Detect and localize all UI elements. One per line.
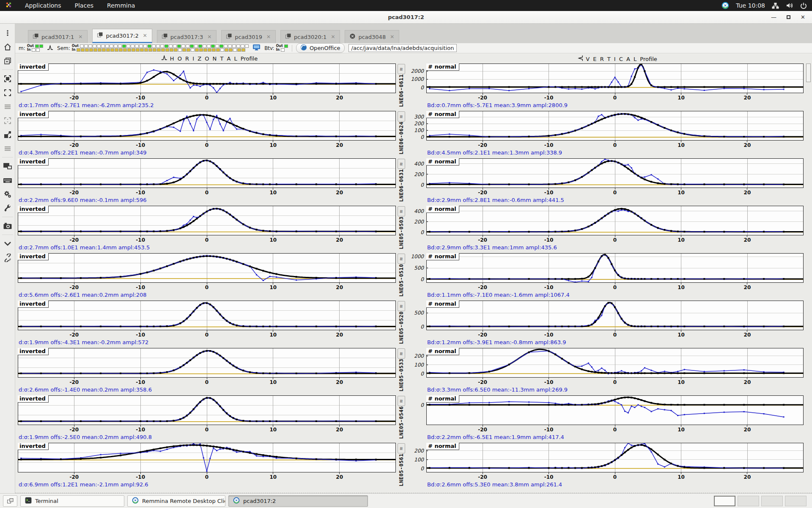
network-icon[interactable] <box>772 3 779 9</box>
dynamic-resolution-icon[interactable] <box>1 72 14 86</box>
sem-checkbox[interactable] <box>194 44 198 48</box>
btv-checkbox[interactable] <box>281 48 285 52</box>
sem-checkbox[interactable] <box>170 48 173 52</box>
workspace-2[interactable] <box>738 496 759 506</box>
sem-checkbox[interactable] <box>229 48 233 52</box>
keyboard-icon[interactable] <box>1 173 14 187</box>
sem-checkbox[interactable] <box>89 48 93 52</box>
sem-checkbox[interactable] <box>102 48 106 52</box>
profile-options-button[interactable]: ≋ <box>398 301 405 311</box>
workspace-4[interactable] <box>785 496 807 506</box>
sem-checkbox[interactable] <box>97 44 101 48</box>
tools-icon[interactable] <box>1 201 14 215</box>
sem-checkbox[interactable] <box>148 48 152 52</box>
profile-options-button[interactable]: ≋ <box>398 254 405 264</box>
sem-checkbox[interactable] <box>161 48 165 52</box>
sem-checkbox[interactable] <box>174 48 178 52</box>
panel-clock[interactable]: Tue 10:08 <box>736 2 765 9</box>
menu-remmina[interactable]: Remmina <box>106 2 136 9</box>
sem-checkbox[interactable] <box>203 44 206 48</box>
close-button[interactable]: ✕ <box>801 14 805 20</box>
sem-checkbox[interactable] <box>126 44 130 48</box>
sem-checkbox[interactable] <box>106 48 110 52</box>
volume-icon[interactable] <box>786 2 793 9</box>
scale-fill-icon[interactable] <box>1 127 14 141</box>
sem-checkbox[interactable] <box>220 48 224 52</box>
taskbar-item-pcad3017-2[interactable]: pcad3017:2 <box>228 495 368 507</box>
maximize-button[interactable] <box>787 15 790 19</box>
fullscreen-icon[interactable] <box>1 86 14 99</box>
sem-checkbox[interactable] <box>80 44 84 48</box>
tab-close-icon[interactable]: ✕ <box>331 34 335 40</box>
sem-checkbox[interactable] <box>85 48 89 52</box>
sem-checkbox[interactable] <box>81 48 85 52</box>
sem-checkbox[interactable] <box>93 44 96 48</box>
sem-checkbox[interactable] <box>132 48 135 52</box>
menu-kebab-icon[interactable] <box>1 26 14 40</box>
preferences-icon[interactable] <box>1 187 14 201</box>
minimize-button[interactable]: — <box>771 14 776 20</box>
sem-checkbox[interactable] <box>84 44 88 48</box>
btv-checkbox[interactable] <box>284 44 288 48</box>
sem-checkbox[interactable] <box>207 44 211 48</box>
sem-checkbox[interactable] <box>157 48 161 52</box>
sem-checkbox[interactable] <box>241 44 244 48</box>
tab-close-icon[interactable]: ✕ <box>207 34 211 40</box>
multi-monitor-icon[interactable] <box>1 159 14 173</box>
sem-checkbox[interactable] <box>191 48 195 52</box>
profile-options-button[interactable]: ≋ <box>398 111 405 121</box>
sem-checkbox[interactable] <box>110 48 114 52</box>
workspace-1[interactable] <box>714 496 735 506</box>
sem-checkbox[interactable] <box>241 48 245 52</box>
scrollbar-thumb[interactable] <box>806 64 811 82</box>
path-field[interactable]: /acc/java/data/lna/adebds/acquisition <box>348 44 457 52</box>
sem-checkbox[interactable] <box>181 44 185 48</box>
sem-checkbox[interactable] <box>232 44 236 48</box>
sem-checkbox[interactable] <box>211 44 215 48</box>
menu-places[interactable]: Places <box>74 2 95 9</box>
remmina-tray-icon[interactable] <box>721 2 729 9</box>
sem-checkbox[interactable] <box>173 44 177 48</box>
sem-checkbox[interactable] <box>139 44 143 48</box>
sem-checkbox[interactable] <box>114 44 118 48</box>
sem-checkbox[interactable] <box>219 44 223 48</box>
tab-pcad3020:1[interactable]: pcad3020:1✕ <box>280 30 340 43</box>
sem-checkbox[interactable] <box>127 48 131 52</box>
taskbar-item-terminal[interactable]: Terminal <box>20 495 124 507</box>
home-icon[interactable] <box>1 40 14 54</box>
tab-close-icon[interactable]: ✕ <box>390 34 394 40</box>
tab-pcad3017:2[interactable]: pcad3017:2✕ <box>92 29 152 43</box>
sem-checkbox[interactable] <box>153 48 156 52</box>
scrollbar[interactable] <box>806 64 811 487</box>
sem-checkbox[interactable] <box>195 48 199 52</box>
sem-checkbox[interactable] <box>140 48 144 52</box>
collapse-icon[interactable] <box>1 237 14 251</box>
sem-checkbox[interactable] <box>237 48 241 52</box>
sem-checkbox[interactable] <box>215 44 219 48</box>
sem-checkbox[interactable] <box>199 48 203 52</box>
disconnect-icon[interactable] <box>1 251 14 265</box>
tab-pcad3048[interactable]: pcad3048✕ <box>345 30 399 43</box>
sem-checkbox[interactable] <box>225 48 228 52</box>
tab-close-icon[interactable]: ✕ <box>78 34 82 40</box>
tab-close-icon[interactable]: ✕ <box>143 33 147 39</box>
taskbar-item-remmina-remote-desktop-client[interactable]: Remmina Remote Desktop Client <box>127 495 225 507</box>
sem-checkbox[interactable] <box>122 44 126 48</box>
profile-options-button[interactable]: ≋ <box>398 64 405 74</box>
sem-checkbox[interactable] <box>228 44 232 48</box>
tab-pcad3017:3[interactable]: pcad3017:3✕ <box>157 30 217 43</box>
sem-checkbox[interactable] <box>115 48 118 52</box>
sem-checkbox[interactable] <box>160 44 164 48</box>
sem-checkbox[interactable] <box>212 48 216 52</box>
sem-checkbox[interactable] <box>169 44 173 48</box>
sem-checkbox[interactable] <box>110 44 113 48</box>
sem-checkbox[interactable] <box>198 44 202 48</box>
profile-options-button[interactable]: ≋ <box>398 443 405 453</box>
sem-checkbox[interactable] <box>236 44 240 48</box>
sem-checkbox[interactable] <box>187 48 190 52</box>
sem-checkbox[interactable] <box>119 48 123 52</box>
tab-close-icon[interactable]: ✕ <box>266 34 271 40</box>
sem-checkbox[interactable] <box>182 48 186 52</box>
sem-checkbox[interactable] <box>136 48 140 52</box>
sem-checkbox[interactable] <box>178 48 182 52</box>
